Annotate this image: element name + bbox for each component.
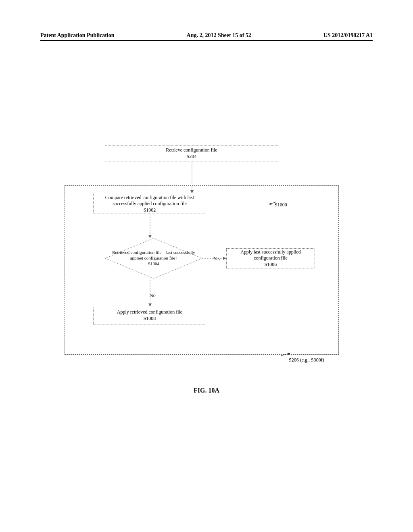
box-retrieve-text: Retrieve configuration file: [166, 147, 217, 154]
decision-diamond: Retrieved configuration file = last succ…: [105, 238, 202, 278]
box-apply-last-text: Apply last successfully applied configur…: [230, 249, 311, 262]
svg-line-11: [281, 353, 289, 356]
dashed-container: Compare retrieved configuration file wit…: [65, 185, 339, 355]
header-center: Aug. 2, 2012 Sheet 15 of 52: [187, 32, 251, 39]
label-no: No: [150, 293, 156, 299]
box-compare-text: Compare retrieved configuration file wit…: [97, 195, 202, 207]
svg-marker-6: [223, 257, 226, 260]
header-rule: [40, 40, 373, 41]
box-apply-retrieved-text: Apply retrieved configuration file: [117, 309, 182, 316]
container-ref-label: S206 (e.g., S300f): [289, 357, 324, 363]
decision-ref: S1004: [148, 261, 159, 267]
box-apply-retrieved-ref: S1008: [144, 316, 156, 322]
header-left: Patent Application Publication: [40, 32, 115, 39]
flowchart: Retrieve configuration file S204 Compare…: [65, 145, 339, 355]
box-apply-retrieved: Apply retrieved configuration file S1008: [93, 307, 206, 324]
box-apply-last: Apply last successfully applied configur…: [226, 248, 315, 268]
svg-marker-12: [288, 353, 290, 355]
box-retrieve-ref: S204: [187, 154, 197, 160]
callout-s1000: S1000: [275, 202, 287, 208]
figure-label: FIG. 10A: [0, 387, 413, 394]
label-yes: Yes: [213, 256, 220, 262]
box-apply-last-ref: S1006: [265, 262, 277, 268]
box-compare-ref: S1002: [144, 207, 156, 214]
svg-marker-10: [269, 203, 271, 205]
svg-marker-3: [148, 235, 152, 238]
header-right: US 2012/0198217 A1: [323, 32, 373, 39]
arrow-compare-to-decision: [148, 214, 152, 239]
box-compare: Compare retrieved configuration file wit…: [93, 194, 206, 214]
decision-text: Retrieved configuration file = last succ…: [105, 250, 202, 261]
container-ref-arrow-icon: [281, 353, 290, 357]
svg-marker-8: [148, 303, 152, 307]
box-retrieve: Retrieve configuration file S204: [105, 145, 278, 162]
callout-arrow-icon: [269, 201, 276, 205]
